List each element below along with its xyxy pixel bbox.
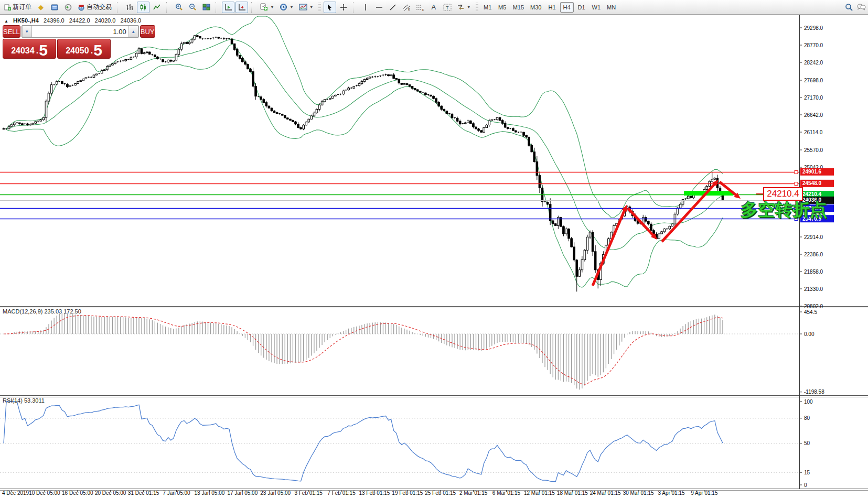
svg-text:100: 100 [804, 399, 813, 405]
autoscroll-button[interactable] [222, 2, 234, 13]
candles-chart-button[interactable] [137, 2, 149, 13]
level-handle[interactable] [795, 171, 798, 174]
toolbar-separator [353, 2, 357, 13]
line-chart-button[interactable] [151, 2, 163, 13]
toolbar-grip[interactable] [318, 3, 321, 12]
svg-text:26114.0: 26114.0 [804, 129, 823, 135]
search-icon[interactable] [845, 3, 853, 12]
bollinger-middle [6, 39, 723, 250]
horizontal-levels[interactable] [0, 171, 799, 221]
new-order-button[interactable]: 新订单 [2, 2, 34, 13]
text-tool-button[interactable]: A [427, 2, 440, 13]
svg-text:50: 50 [804, 440, 810, 446]
chat-icon[interactable] [856, 3, 866, 11]
volume-input[interactable] [32, 26, 128, 37]
zoom-in-icon [175, 3, 183, 11]
profiles-icon [51, 4, 58, 10]
tf-w1-button[interactable]: W1 [590, 2, 604, 13]
tf-m15-button[interactable]: M15 [510, 2, 527, 13]
templates-button[interactable]: ▼ [297, 2, 316, 13]
zoom-in-button[interactable] [173, 2, 185, 13]
zoom-out-button[interactable] [186, 2, 199, 13]
volume-increase-button[interactable]: ▲ [128, 26, 138, 37]
tf-h4-button[interactable]: H4 [560, 2, 574, 13]
ohlc-low: 24020.0 [95, 17, 116, 24]
label-tool-button[interactable]: T [441, 2, 454, 13]
tf-h1-button[interactable]: H1 [545, 2, 559, 13]
toolbar-grip[interactable] [476, 3, 478, 12]
autotrading-button[interactable]: 自动交易 [76, 2, 114, 13]
new-order-label: 新订单 [13, 3, 31, 12]
new-order-icon [4, 4, 11, 10]
svg-text:16 Dec 05:00: 16 Dec 05:00 [62, 490, 93, 496]
volume-decrease-button[interactable]: ▼ [22, 26, 32, 37]
svg-text:0.00: 0.00 [804, 331, 815, 337]
channel-tool-button[interactable]: E [400, 2, 413, 13]
ohlc-high: 24422.0 [69, 17, 90, 24]
svg-text:T: T [446, 5, 449, 10]
ask-price-button[interactable]: 24050.5 [57, 39, 111, 59]
trend-arrow-1[interactable] [593, 209, 625, 286]
bollinger-bands [6, 16, 723, 287]
vline-tool-button[interactable] [359, 2, 372, 13]
svg-text:0: 0 [804, 482, 807, 488]
add-indicator-icon [260, 3, 268, 11]
cursor-tool-button[interactable] [324, 2, 336, 13]
svg-text:15: 15 [804, 470, 810, 475]
tf-m1-button[interactable]: M1 [481, 2, 495, 13]
svg-text:13 Jan 05:00: 13 Jan 05:00 [194, 490, 224, 496]
level-handle[interactable] [795, 182, 798, 186]
tf-m30-button[interactable]: M30 [528, 2, 544, 13]
bars-chart-icon [126, 4, 133, 11]
volume-box: ▼ ▲ [22, 25, 139, 38]
svg-text:24901.6: 24901.6 [802, 169, 822, 175]
sell-button[interactable]: SELL [3, 25, 20, 38]
mt4-terminal-window: { "toolbar": { "new_order_label": "新订单",… [0, 0, 868, 498]
svg-text:7 Jan 05:00: 7 Jan 05:00 [163, 490, 190, 496]
svg-text:80: 80 [804, 415, 810, 421]
symbol-collapse-icon[interactable]: ▲ [4, 19, 8, 24]
indicators-button[interactable]: ▼ [258, 2, 276, 13]
svg-text:17 Jan 05:00: 17 Jan 05:00 [227, 490, 258, 496]
arrows-objects-icon [457, 4, 465, 10]
svg-text:25 Feb 01:15: 25 Feb 01:15 [425, 490, 456, 496]
hline-tool-button[interactable] [373, 2, 385, 13]
rsi-line [4, 402, 723, 482]
dropdown-caret: ▼ [467, 5, 471, 9]
fibonacci-tool-button[interactable]: F [414, 2, 426, 13]
bid-price-button[interactable]: 24034.5 [3, 39, 56, 59]
turning-point-annotation[interactable]: 多空转折点 [741, 198, 827, 222]
crosshair-tool-button[interactable] [337, 2, 350, 13]
horizontal-line-icon [376, 5, 383, 10]
svg-text:27170.0: 27170.0 [804, 95, 823, 101]
dropdown-caret: ▼ [290, 5, 294, 9]
price-callout-label[interactable]: 24210.4 [763, 187, 803, 201]
gold-nugget-button[interactable]: ◆ [35, 2, 47, 13]
objects-tool-button[interactable]: ▼ [455, 2, 473, 13]
periods-button[interactable]: ▼ [277, 2, 296, 13]
cursor-icon [326, 4, 333, 11]
tf-m5-button[interactable]: M5 [496, 2, 509, 13]
svg-text:22386.0: 22386.0 [804, 252, 823, 257]
buy-button[interactable]: BUY [140, 25, 155, 38]
trend-arrow-2[interactable] [628, 208, 654, 236]
chart-canvas[interactable]: 29298.028770.028242.027698.027170.026642… [0, 0, 868, 498]
svg-text:E: E [408, 8, 410, 11]
profiles-button[interactable] [48, 2, 61, 13]
trendline-tool-button[interactable] [387, 2, 399, 13]
tf-mn-button[interactable]: MN [604, 2, 618, 13]
bars-chart-button[interactable] [123, 2, 136, 13]
fibonacci-icon: F [416, 4, 424, 11]
svg-text:25570.0: 25570.0 [804, 147, 823, 153]
svg-text:24548.0: 24548.0 [802, 180, 822, 186]
autotrading-icon [78, 4, 85, 11]
axes-layer: 29298.028770.028242.027698.027170.026642… [0, 15, 868, 496]
chart-annotations[interactable] [593, 180, 764, 286]
chart-shift-button[interactable] [235, 2, 248, 13]
radar-button[interactable] [62, 2, 74, 13]
svg-text:4 Dec 2019: 4 Dec 2019 [2, 490, 29, 496]
candles-layer[interactable] [3, 35, 724, 292]
tile-windows-button[interactable] [200, 2, 212, 13]
tf-d1-button[interactable]: D1 [575, 2, 588, 13]
svg-text:F: F [422, 8, 424, 11]
